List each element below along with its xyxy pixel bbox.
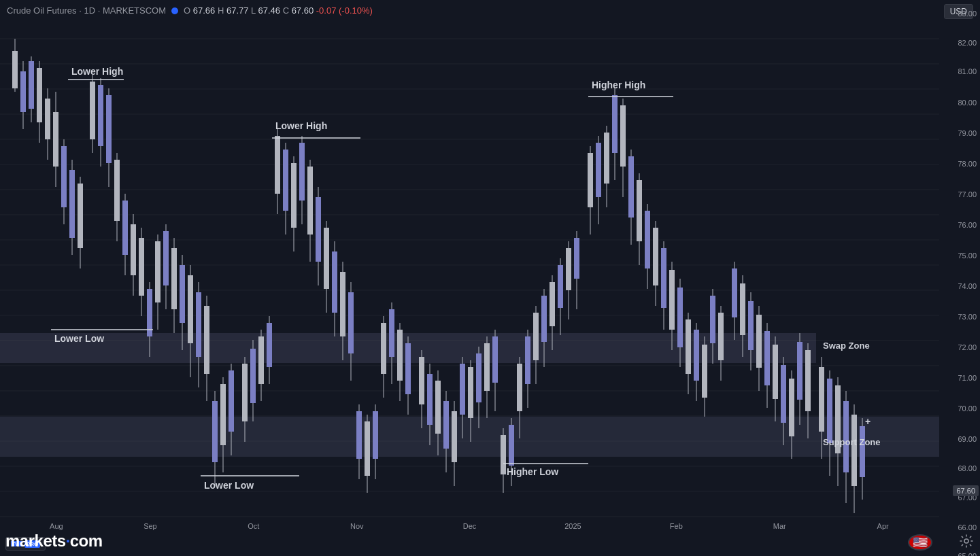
svg-rect-133 — [484, 343, 490, 391]
svg-rect-49 — [131, 224, 136, 275]
svg-rect-189 — [718, 313, 724, 360]
price-74: 74.00 — [958, 282, 977, 290]
svg-rect-21 — [12, 51, 18, 88]
svg-rect-81 — [267, 323, 272, 367]
svg-rect-69 — [212, 401, 218, 462]
close-val: 67.60 — [289, 5, 316, 16]
svg-rect-39 — [90, 82, 95, 139]
time-apr: Apr — [877, 522, 889, 530]
time-2025: 2025 — [564, 522, 581, 530]
svg-rect-141 — [517, 364, 522, 411]
price-82: 82.00 — [958, 39, 977, 47]
svg-rect-173 — [653, 228, 658, 285]
svg-rect-37 — [78, 184, 83, 248]
svg-rect-213 — [827, 379, 832, 443]
svg-rect-59 — [171, 248, 177, 309]
chart-header: Crude Oil Futures · 1D · MARKETSCOM O 67… — [7, 5, 373, 16]
svg-rect-45 — [114, 160, 120, 221]
svg-rect-139 — [509, 425, 514, 466]
svg-rect-87 — [291, 163, 297, 228]
svg-rect-165 — [620, 105, 626, 167]
svg-rect-181 — [686, 319, 691, 374]
svg-rect-107 — [373, 411, 378, 459]
time-mar: Mar — [773, 522, 786, 530]
svg-rect-175 — [661, 248, 666, 308]
price-68: 68.00 — [958, 464, 977, 472]
svg-rect-137 — [501, 435, 506, 474]
svg-rect-153 — [566, 248, 571, 290]
svg-rect-111 — [389, 309, 394, 357]
svg-rect-151 — [558, 265, 563, 308]
svg-rect-161 — [604, 133, 609, 184]
svg-rect-115 — [405, 343, 411, 394]
price-78: 78.00 — [958, 160, 977, 168]
svg-rect-105 — [365, 421, 370, 476]
chart-container: Crude Oil Futures · 1D · MARKETSCOM O 67… — [0, 0, 980, 556]
swap-zone-label: Swap Zone — [823, 341, 870, 351]
svg-rect-91 — [307, 167, 313, 234]
svg-rect-79 — [258, 336, 264, 384]
svg-rect-31 — [53, 112, 58, 167]
svg-rect-199 — [764, 331, 770, 385]
price-71: 71.00 — [958, 374, 977, 382]
svg-rect-65 — [196, 292, 201, 357]
current-price-label: 67.60 — [953, 485, 979, 496]
price-73: 73.00 — [958, 313, 977, 321]
svg-rect-209 — [805, 350, 811, 411]
price-76: 76.00 — [958, 221, 977, 229]
lower-low-2-label: Lower Low — [204, 480, 254, 491]
svg-rect-61 — [180, 265, 185, 323]
svg-point-230 — [964, 539, 968, 543]
brand-logo: markets·com — [5, 532, 103, 551]
svg-rect-51 — [139, 238, 144, 296]
price-dot — [171, 7, 178, 14]
svg-rect-157 — [588, 153, 593, 207]
price-66: 66.00 — [958, 523, 977, 532]
price-72: 72.00 — [958, 343, 977, 351]
svg-rect-163 — [612, 95, 618, 153]
ohlc-values: O 67.66 H 67.77 L 67.46 C 67.60 -0.07 (-… — [184, 5, 373, 16]
svg-rect-207 — [797, 342, 802, 400]
price-69: 69.00 — [958, 435, 977, 443]
price-75: 75.00 — [958, 251, 977, 260]
svg-rect-67 — [204, 306, 209, 374]
svg-rect-187 — [710, 296, 715, 343]
svg-rect-103 — [356, 411, 362, 459]
time-sep: Sep — [143, 522, 157, 530]
flag-icon: 🇺🇸 — [908, 534, 932, 551]
svg-rect-55 — [155, 241, 160, 302]
svg-rect-211 — [819, 367, 824, 432]
time-axis: Aug Sep Oct Nov Dec 2025 Feb Mar Apr — [0, 522, 939, 536]
svg-rect-117 — [419, 357, 424, 404]
svg-rect-123 — [443, 401, 449, 449]
higher-low-label: Higher Low — [507, 466, 558, 477]
svg-rect-193 — [740, 283, 745, 335]
svg-rect-201 — [773, 345, 778, 399]
price-axis: 83.00 82.00 81.00 80.00 79.00 78.00 77.0… — [939, 0, 980, 556]
support-zone-band — [0, 417, 939, 457]
svg-rect-125 — [452, 411, 457, 462]
chart-title: Crude Oil Futures · 1D · MARKETSCOM — [7, 5, 166, 16]
svg-rect-93 — [316, 197, 321, 262]
svg-rect-159 — [596, 143, 601, 197]
higher-high-label: Higher High — [592, 80, 645, 90]
svg-rect-109 — [381, 323, 386, 374]
price-80: 80.00 — [958, 99, 977, 107]
svg-rect-205 — [789, 379, 794, 436]
svg-rect-43 — [106, 95, 112, 163]
svg-rect-29 — [45, 99, 50, 139]
svg-rect-119 — [427, 374, 433, 425]
svg-rect-75 — [242, 364, 248, 421]
svg-rect-197 — [756, 315, 762, 368]
svg-rect-143 — [525, 336, 530, 384]
lower-high-2-label: Lower High — [275, 120, 327, 131]
svg-rect-63 — [188, 275, 193, 343]
svg-rect-41 — [98, 85, 103, 146]
candlestick-chart: + Lower High Lower High Higher High Lowe… — [0, 24, 939, 522]
price-70: 70.00 — [958, 404, 977, 413]
svg-rect-121 — [435, 381, 441, 434]
svg-rect-191 — [732, 268, 737, 317]
settings-icon[interactable] — [960, 534, 973, 551]
time-feb: Feb — [670, 522, 683, 530]
svg-rect-185 — [702, 345, 707, 398]
